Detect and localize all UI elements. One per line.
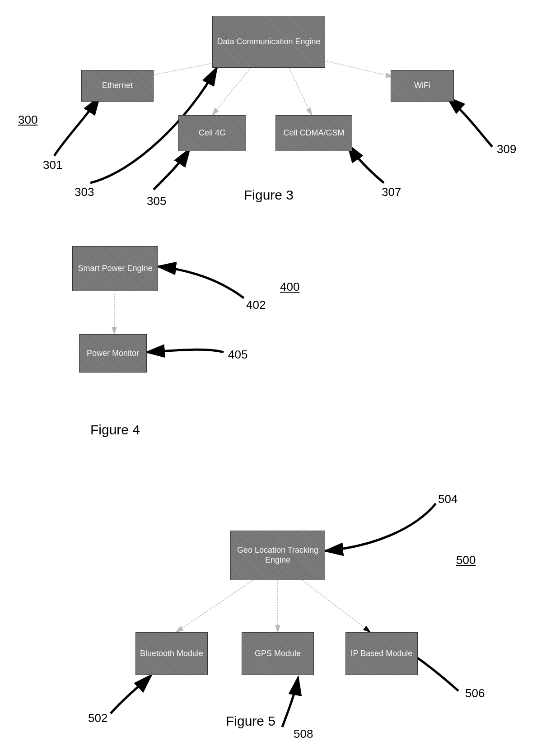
svg-line-7	[303, 580, 370, 632]
box-bluetooth-module: Bluetooth Module	[135, 632, 208, 675]
ref-402: 402	[246, 298, 266, 312]
box-cell-cdma-gsm: Cell CDMA/GSM	[275, 115, 352, 151]
svg-line-3	[316, 59, 393, 77]
ref-504: 504	[438, 492, 457, 506]
ref-508: 508	[294, 727, 313, 741]
ref-303: 303	[75, 185, 94, 199]
ref-305: 305	[147, 194, 166, 208]
ref-309: 309	[497, 142, 516, 156]
ref-506: 506	[465, 686, 485, 700]
figure5-caption: Figure 5	[226, 713, 275, 729]
box-gps-module: GPS Module	[242, 632, 314, 675]
ref-307: 307	[382, 185, 401, 199]
box-wifi: WiFi	[391, 70, 454, 102]
box-smart-power-engine: Smart Power Engine	[72, 246, 158, 291]
box-cell-4g: Cell 4G	[178, 115, 246, 151]
svg-line-2	[289, 68, 312, 115]
ref-502: 502	[88, 711, 107, 725]
ref-405: 405	[228, 348, 247, 362]
ref-301: 301	[43, 158, 62, 172]
box-ethernet: Ethernet	[81, 70, 154, 102]
figure3-caption: Figure 3	[244, 187, 294, 203]
figure4-id: 400	[280, 280, 299, 294]
page: 300 Data Communication Engine Ethernet C…	[0, 0, 560, 755]
figure3-id: 300	[18, 113, 37, 127]
figure5-id: 500	[456, 553, 476, 567]
box-geo-location-engine: Geo Location Tracking Engine	[230, 531, 325, 580]
svg-line-5	[176, 580, 253, 632]
box-power-monitor: Power Monitor	[79, 334, 147, 373]
box-ip-based-module: IP Based Module	[345, 632, 418, 675]
svg-line-1	[212, 68, 251, 115]
box-data-comm-engine: Data Communication Engine	[212, 16, 325, 68]
figure4-caption: Figure 4	[90, 422, 140, 438]
